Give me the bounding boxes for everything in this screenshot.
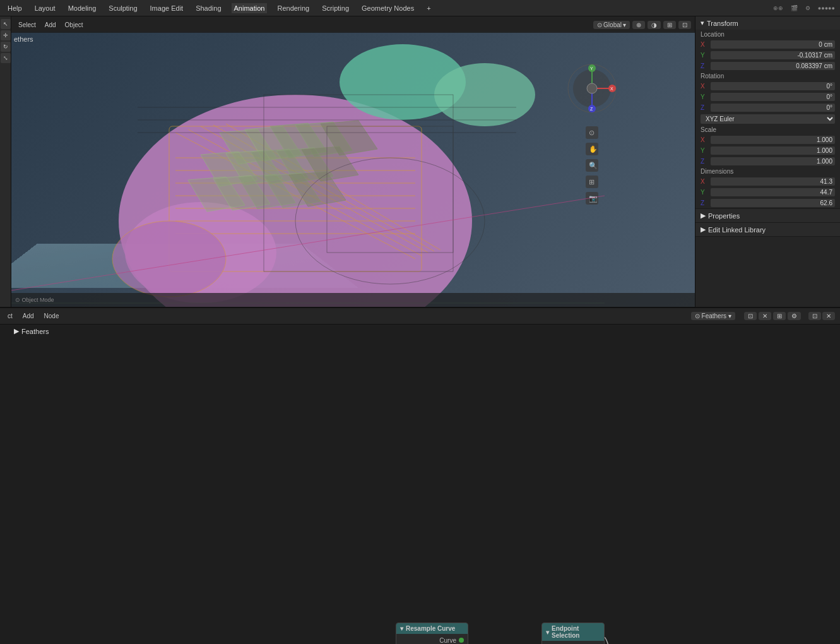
tool-move[interactable]: ✛ [1, 30, 11, 40]
menu-scripting[interactable]: Scripting [319, 3, 352, 13]
location-header-row: Location [695, 30, 840, 39]
scale-header-row: Scale [695, 125, 840, 134]
node-view-settings[interactable]: ⊞ [773, 312, 786, 320]
viewport-options-btn[interactable]: ⊡ [678, 21, 691, 29]
tool-scale[interactable]: ⤡ [1, 53, 11, 63]
menu-image-edit[interactable]: Image Edit [148, 3, 186, 13]
node-feathers-name: Feathers [702, 313, 726, 319]
mode-label: Global [603, 21, 622, 28]
viewport-render-btn[interactable]: ⊞ [663, 21, 676, 29]
ry-label: Y [701, 93, 708, 100]
node-menu-ct[interactable]: ct [5, 311, 15, 321]
location-x-row: X 0 cm [695, 39, 840, 50]
rotation-x-row: X 0° [695, 81, 840, 92]
menu-sculpting[interactable]: Sculpting [106, 3, 139, 13]
scale-y-value[interactable]: 1.000 [711, 146, 835, 155]
edit-linked-header[interactable]: ▶ Edit Linked Library [695, 223, 840, 236]
location-z-value[interactable]: 0.083397 cm [711, 62, 835, 70]
vp-menu-add[interactable]: Add [42, 20, 59, 30]
dimensions-header-row: Dimensions [695, 167, 840, 176]
rotation-z-value[interactable]: 0° [711, 104, 835, 112]
vp-menu-select[interactable]: Select [15, 20, 39, 30]
svg-text:⊞: ⊞ [589, 178, 595, 186]
edit-linked-label: Edit Linked Library [708, 226, 766, 234]
rotation-x-value[interactable]: 0° [711, 82, 835, 90]
tool-rotate[interactable]: ↻ [1, 42, 11, 52]
viewport-header: Select Add Object ⊙ Global ▾ ⊕ ◑ ⊞ ⊡ [11, 16, 695, 33]
viewport-bottom-bar: ⊙ Object Mode [11, 293, 695, 307]
location-y-value[interactable]: -0.10317 cm [711, 51, 835, 59]
menu-help[interactable]: Help [5, 3, 25, 13]
node-view-pin[interactable]: ✕ [759, 312, 771, 320]
svg-text:Y: Y [590, 66, 593, 71]
scale-x-value[interactable]: 1.000 [711, 136, 835, 144]
vp-bottom-info: ⊙ Object Mode [15, 297, 54, 303]
menu-geometry-nodes[interactable]: Geometry Nodes [359, 3, 417, 13]
node-view-toggle[interactable]: ⊡ [744, 312, 757, 320]
properties-section-header[interactable]: ▶ Properties [695, 209, 840, 222]
menu-modeling[interactable]: Modeling [66, 3, 99, 13]
location-label: Location [701, 31, 738, 38]
rc-curve-out: Curve [396, 635, 468, 644]
sz-label: Z [701, 158, 708, 165]
feathers-arrow-icon: ▶ [14, 327, 19, 335]
node-resample-curve[interactable]: ▾ Resample Curve Curve Count Curve Selec… [396, 623, 468, 644]
viewport-shading-btn[interactable]: ◑ [648, 21, 661, 29]
menu-rendering[interactable]: Rendering [275, 3, 312, 13]
node-menu-add[interactable]: Add [20, 311, 37, 321]
rc-header[interactable]: ▾ Resample Curve [396, 623, 468, 634]
sy-label: Y [701, 147, 708, 154]
dx-label: X [701, 178, 708, 185]
sx-label: X [701, 136, 708, 143]
node-canvas[interactable]: ▾ Group Input Geometry Collection [0, 325, 840, 644]
node-feathers-selector[interactable]: ⊙ Feathers ▾ [691, 312, 735, 320]
node-group-icon: ⊙ [695, 313, 700, 319]
nav-gizmo-svg: Y X Z [568, 64, 616, 112]
scale-x-row: X 1.000 [695, 134, 840, 145]
location-x-value[interactable]: 0 cm [711, 40, 835, 49]
dim-x-value[interactable]: 41.3 [711, 177, 835, 186]
scale-z-value[interactable]: 1.000 [711, 157, 835, 165]
dimensions-label: Dimensions [701, 168, 738, 175]
node-menu-node[interactable]: Node [42, 311, 62, 321]
node-endpoint-selection[interactable]: ▾ Endpoint Selection Selection Start Siz… [541, 623, 605, 644]
menu-add-workspace[interactable]: + [424, 3, 433, 13]
rc-collapse: ▾ [400, 625, 403, 632]
viewport-mode-selector[interactable]: ⊙ Global ▾ [593, 21, 630, 29]
transform-header[interactable]: ▾ Transform [695, 16, 840, 30]
node-editor-close[interactable]: ✕ [822, 312, 835, 320]
rotation-y-value[interactable]: 0° [711, 93, 835, 101]
rotation-z-row: Z 0° [695, 102, 840, 113]
engine-icon: ⚙ [805, 5, 810, 11]
preference-dots: ●●●●● [818, 5, 835, 11]
scale-z-row: Z 1.000 [695, 156, 840, 167]
vp-menu-object[interactable]: Object [62, 20, 86, 30]
es-body: Selection Start Size 1 End Size 0 [542, 641, 604, 644]
dim-y-row: Y 44.7 [695, 187, 840, 198]
properties-section: ▶ Properties [695, 209, 840, 223]
dim-z-value[interactable]: 62.6 [711, 199, 835, 207]
menu-animation[interactable]: Animation [232, 3, 268, 13]
svg-point-50 [587, 83, 597, 93]
node-canvas-feathers-label: ▶ Feathers [14, 327, 49, 335]
tool-cursor[interactable]: ↖ [1, 19, 11, 29]
node-feathers-chevron: ▾ [728, 313, 731, 319]
node-editor-header: ct Add Node ⊙ Feathers ▾ ⊡ ✕ ⊞ ⚙ ⊡ ✕ [0, 308, 840, 325]
rotation-y-row: Y 0° [695, 92, 840, 102]
properties-panel: ▾ Transform Location X 0 cm Y -0.10317 c… [695, 16, 840, 307]
rc-title: Resample Curve [406, 625, 455, 632]
viewport-overlay-btn[interactable]: ⊕ [632, 21, 645, 29]
rotation-mode-select[interactable]: XYZ Euler [701, 114, 835, 124]
es-header[interactable]: ▾ Endpoint Selection [542, 623, 604, 641]
rc-curve-out-s [459, 638, 464, 643]
3d-viewport[interactable]: Select Add Object ⊙ Global ▾ ⊕ ◑ ⊞ ⊡ eth… [11, 16, 695, 307]
edit-linked-collapse-icon: ▶ [701, 225, 706, 234]
dim-y-value[interactable]: 44.7 [711, 188, 835, 196]
properties-label: Properties [708, 212, 740, 220]
menu-shading[interactable]: Shading [193, 3, 223, 13]
node-editor-expand[interactable]: ⊡ [808, 312, 821, 320]
feathers-name-label: Feathers [21, 328, 49, 335]
node-view-options[interactable]: ⚙ [788, 312, 801, 320]
menu-layout[interactable]: Layout [32, 3, 58, 13]
svg-text:🔍: 🔍 [589, 161, 598, 170]
